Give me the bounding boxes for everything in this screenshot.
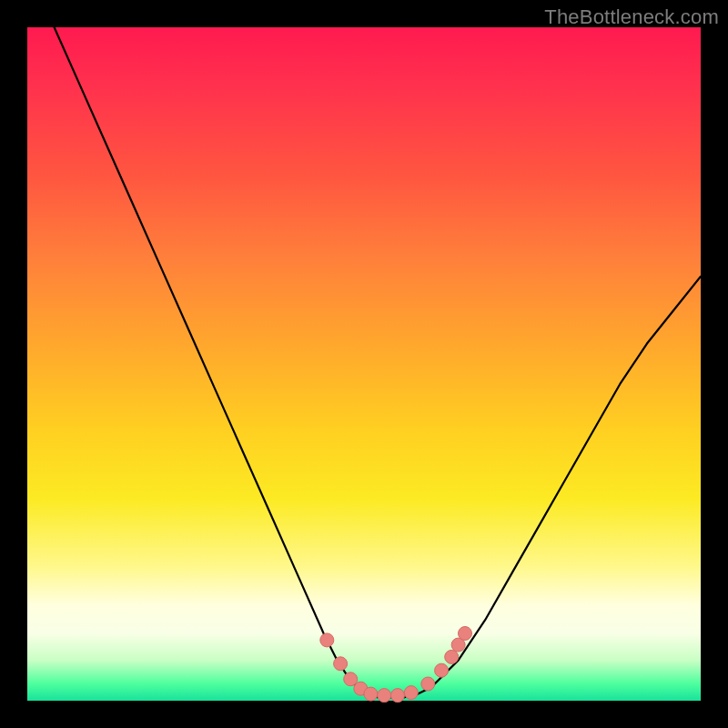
- marker-point: [445, 650, 459, 663]
- marker-point: [435, 663, 449, 677]
- marker-point: [421, 677, 435, 691]
- marker-point: [320, 633, 334, 647]
- plot-area: [27, 27, 701, 701]
- marker-point: [334, 657, 348, 671]
- marker-point: [404, 686, 418, 700]
- marker-point: [459, 627, 472, 641]
- curve-layer: [27, 27, 701, 701]
- marker-point: [391, 689, 405, 703]
- series-left-branch: [55, 27, 364, 694]
- series-right-branch: [431, 277, 701, 687]
- marker-point: [378, 689, 391, 703]
- marker-point: [364, 687, 378, 701]
- chart-frame: TheBottleneck.com: [0, 0, 728, 728]
- curve-markers: [320, 627, 472, 703]
- watermark-text: TheBottleneck.com: [544, 5, 719, 29]
- curve-paths: [55, 27, 701, 697]
